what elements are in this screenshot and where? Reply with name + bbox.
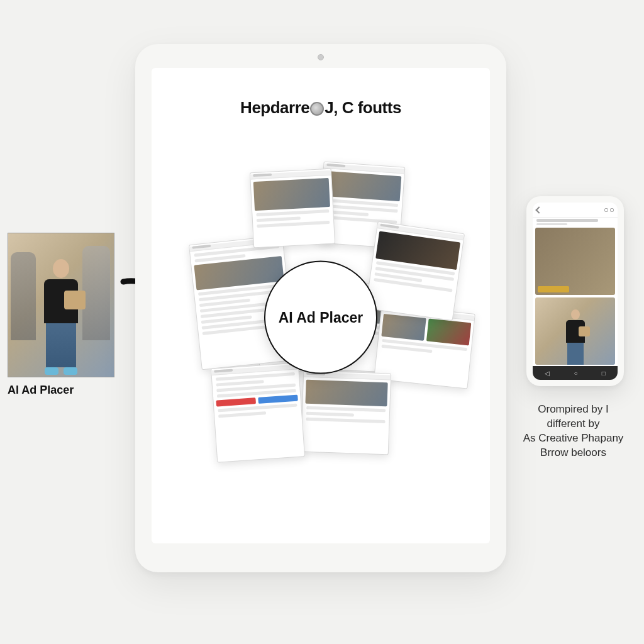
source-label: AI Ad Placer <box>8 384 114 397</box>
webpage-collage: AI Ad Placer <box>176 170 465 460</box>
webpage-card <box>301 370 391 455</box>
webpage-card <box>250 169 335 248</box>
tablet-title-right: J, C foutts <box>325 98 401 117</box>
phone-screen: ◁ ○ □ <box>533 203 618 380</box>
caption-line: Brrow beloors <box>515 446 631 460</box>
phone-subheader <box>533 218 618 226</box>
webpage-card <box>211 362 305 462</box>
phone-nav-bar: ◁ ○ □ <box>533 366 618 380</box>
tablet-device: HepdarreJ, C foutts <box>135 44 506 572</box>
caption-line: As Creative Phapany <box>515 431 631 446</box>
nav-back-icon: ◁ <box>545 370 550 377</box>
tablet-camera-icon <box>318 54 324 60</box>
caption-line: different by <box>515 417 631 431</box>
phone-header <box>533 203 618 218</box>
source-panel: AI Ad Placer <box>8 233 114 397</box>
tablet-title: HepdarreJ, C foutts <box>152 98 490 118</box>
nav-recent-icon: □ <box>602 370 606 377</box>
tablet-title-left: Hepdarre <box>240 98 309 117</box>
phone-image-bottom <box>535 297 615 365</box>
person-figure <box>39 259 83 366</box>
webpage-card <box>365 221 465 321</box>
phone-device: ◁ ○ □ <box>526 196 624 386</box>
caption-line: Orompired by I <box>515 402 631 417</box>
source-image <box>8 233 114 377</box>
back-icon <box>535 206 542 213</box>
phone-image-top <box>535 228 615 295</box>
nav-home-icon: ○ <box>574 370 577 377</box>
phone-caption: Orompired by I different by As Creative … <box>515 402 631 460</box>
tablet-screen: HepdarreJ, C foutts <box>152 68 490 543</box>
ornament-icon <box>310 102 324 116</box>
phone-header-actions <box>604 208 614 212</box>
center-badge: AI Ad Placer <box>264 261 377 374</box>
center-badge-label: AI Ad Placer <box>279 309 364 326</box>
